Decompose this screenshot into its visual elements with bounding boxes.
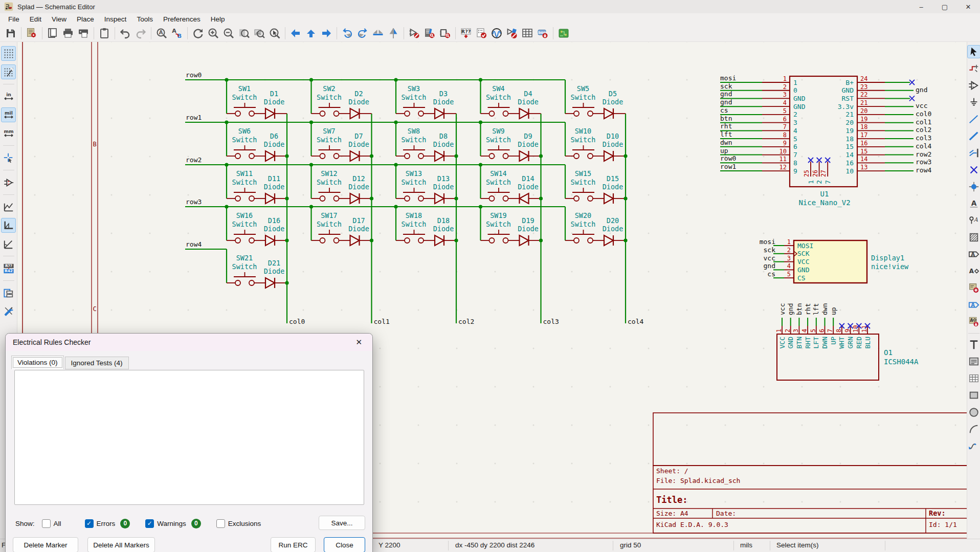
grid-override-button[interactable] [1,64,16,79]
arc-button[interactable] [967,423,980,436]
maximize-button[interactable]: ▢ [933,0,956,13]
zoom-out-button[interactable] [221,26,236,41]
paste-button[interactable] [97,26,112,41]
import-hier-label-button[interactable]: A [967,315,980,328]
menu-file[interactable]: File [3,14,25,24]
wire-hv-button[interactable] [1,218,16,233]
text-button[interactable] [967,338,980,351]
units-mil-button[interactable]: mil [1,107,16,122]
wire-button[interactable] [967,113,980,126]
titlebar[interactable]: Splad — Schematic Editor – ▢ ✕ [0,0,980,13]
redo-button[interactable] [133,26,148,41]
sch-setup-button[interactable] [24,26,39,41]
erc-filter-warnings-checkbox[interactable]: ✓ [145,519,154,528]
units-in-button[interactable]: in [1,89,16,104]
annotate-refs-button[interactable]: R??R42 [1,261,16,276]
menu-tools[interactable]: Tools [131,14,158,24]
erc-close-button[interactable]: Close [324,537,365,552]
erc-delete-marker-button[interactable]: Delete Marker [13,537,78,552]
bom-button[interactable]: .bom [535,26,550,41]
rotate-ccw-button[interactable] [340,26,355,41]
hidden-pins-button[interactable] [1,175,16,190]
menu-inspect[interactable]: Inspect [99,14,132,24]
menu-place[interactable]: Place [72,14,99,24]
place-sheet-button[interactable] [967,281,980,295]
svg-text:D11: D11 [268,174,280,183]
rule-area-button[interactable] [967,231,980,244]
pages-button[interactable] [45,26,60,41]
textbox-button[interactable] [967,355,980,368]
refresh-button[interactable] [190,26,206,41]
grid-dots-button[interactable] [1,46,16,61]
nav-up-button[interactable] [303,26,319,41]
erc-filter-all-checkbox[interactable] [42,519,51,528]
zoom-in-button[interactable] [206,26,221,41]
highlight-net-button[interactable] [967,62,980,75]
zoom-objects-button[interactable] [252,26,267,41]
wire-45-button[interactable] [1,236,16,251]
mirror-h-button[interactable] [370,26,386,41]
find-button[interactable]: A [154,26,169,41]
plot-button[interactable] [76,26,91,41]
svg-text:SW20: SW20 [575,211,592,219]
nav-back-button[interactable] [288,26,303,41]
global-label-button[interactable]: A [967,248,980,261]
erc-violations-list[interactable] [14,370,364,505]
erc-tab-ignored-tests[interactable]: Ignored Tests (4) [65,357,129,369]
erc-close-icon[interactable]: ✕ [352,337,365,348]
wire-free-angle-button[interactable] [1,200,16,214]
zoom-fit-button[interactable] [236,26,252,41]
bus-entry-button[interactable] [967,146,980,160]
find-replace-button[interactable]: AB [169,26,185,41]
place-power-button[interactable] [967,96,980,109]
paste-icon [98,27,110,39]
units-mm-button[interactable]: mm [1,126,16,141]
fields-table-button[interactable] [520,26,535,41]
rectangle-button[interactable] [967,389,980,402]
pcb-button[interactable] [556,26,571,41]
hierarchy-navigator-button[interactable] [1,285,16,300]
sheet-pin-button[interactable]: A [967,298,980,312]
circle-button[interactable] [967,406,980,419]
bezier-button[interactable] [967,439,980,453]
nav-fwd-button[interactable] [319,26,334,41]
menu-preferences[interactable]: Preferences [158,14,206,24]
print-button[interactable] [60,26,76,41]
junction-button[interactable] [967,180,980,193]
hierarchical-label-button[interactable]: A [967,264,980,278]
properties-tools-button[interactable] [1,304,16,319]
sym-editor-button[interactable] [407,26,422,41]
annotate-button[interactable]: R?? [458,26,474,41]
no-connect-button[interactable] [967,163,980,176]
zoom-selection-button[interactable] [267,26,282,41]
close-button[interactable]: ✕ [956,0,980,13]
erc-dialog-titlebar[interactable]: Electrical Rules Checker ✕ [6,334,372,351]
net-label-button[interactable]: A [967,197,980,210]
mirror-v-button[interactable] [386,26,401,41]
rotate-cw-button[interactable] [355,26,370,41]
menu-view[interactable]: View [47,14,72,24]
erc-run-button[interactable]: Run ERC [271,537,316,552]
menu-edit[interactable]: Edit [25,14,47,24]
erc-filter-exclusions-checkbox[interactable] [216,519,225,528]
erc-delete-all-markers-button[interactable]: Delete All Markers [87,537,155,552]
sym-browser-button[interactable] [422,26,437,41]
netclass-directive-button[interactable]: A [967,214,980,227]
undo-button[interactable] [118,26,133,41]
erc-filter-errors-checkbox[interactable]: ✓ [85,519,94,528]
table-button[interactable] [967,372,980,385]
erc-check-button[interactable] [474,26,489,41]
minimize-button[interactable]: – [909,0,933,13]
place-symbol-button[interactable] [967,79,980,92]
simulator-button[interactable] [489,26,504,41]
bus-button[interactable] [967,129,980,143]
fp-editor-button[interactable] [437,26,453,41]
erc-tab-violations[interactable]: Violations (0) [11,356,64,369]
erc-save-button[interactable]: Save... [319,516,365,530]
save-button[interactable] [3,26,18,41]
grid-dots-icon [3,48,14,59]
select-arrow-button[interactable] [967,45,980,58]
cursor-crosshair-button[interactable] [1,150,16,165]
assign-fp-button[interactable] [504,26,520,41]
menu-help[interactable]: Help [206,14,230,24]
